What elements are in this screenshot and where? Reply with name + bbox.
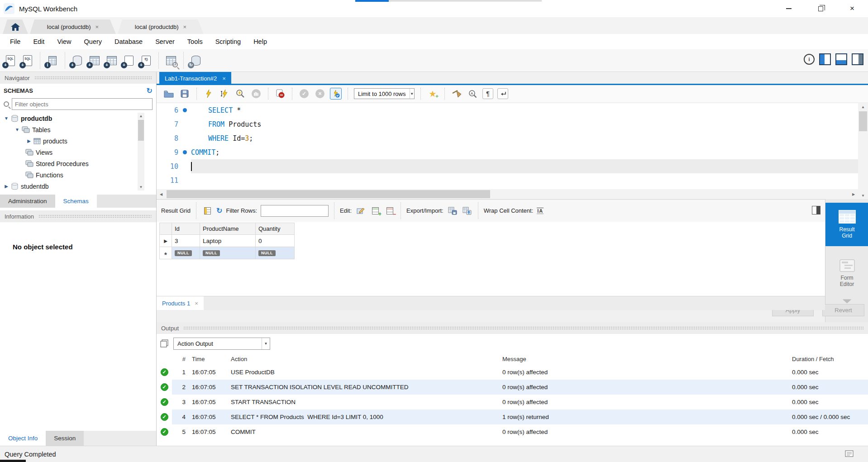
scrollbar-thumb[interactable] bbox=[859, 111, 867, 131]
rollback-icon[interactable]: × bbox=[314, 88, 326, 100]
tree-item-views[interactable]: Views bbox=[0, 147, 156, 158]
toggle-stop-on-error-icon[interactable] bbox=[274, 88, 286, 100]
cell-product-name[interactable]: Laptop bbox=[200, 235, 256, 247]
delete-row-icon[interactable]: – bbox=[384, 206, 395, 216]
insert-row-icon[interactable]: + bbox=[370, 206, 381, 216]
grid-view-icon[interactable] bbox=[202, 206, 213, 216]
inspector-icon[interactable]: i bbox=[46, 54, 59, 67]
close-tab-icon[interactable]: × bbox=[95, 24, 99, 30]
beautify-script-icon[interactable] bbox=[451, 88, 463, 100]
scroll-up-icon[interactable]: ▲ bbox=[138, 113, 144, 119]
menu-query[interactable]: Query bbox=[78, 34, 109, 49]
reconnect-dbms-icon[interactable]: ↻ bbox=[189, 54, 203, 67]
menu-view[interactable]: View bbox=[51, 34, 77, 49]
scroll-down-icon[interactable]: ▼ bbox=[858, 192, 868, 199]
output-view-dropdown[interactable]: Action Output ▼ bbox=[173, 338, 270, 350]
execute-current-statement-icon[interactable] bbox=[219, 88, 230, 100]
expand-icon[interactable]: ▶ bbox=[4, 184, 9, 189]
open-script-icon[interactable] bbox=[163, 88, 175, 100]
tab-administration[interactable]: Administration bbox=[0, 195, 55, 208]
result-grid-view-button[interactable]: Result Grid bbox=[825, 203, 868, 246]
create-view-icon[interactable]: + bbox=[105, 54, 119, 67]
show-invisibles-icon[interactable]: ¶ bbox=[482, 88, 493, 99]
filter-objects-input[interactable] bbox=[12, 98, 153, 110]
limit-rows-dropdown[interactable]: Limit to 1000 rows ▼ bbox=[354, 88, 415, 99]
tab-session[interactable]: Session bbox=[46, 431, 84, 446]
column-header-productname[interactable]: ProductName bbox=[200, 223, 256, 235]
tab-object-info[interactable]: Object Info bbox=[0, 431, 46, 446]
create-schema-icon[interactable]: + bbox=[71, 54, 84, 67]
close-tab-icon[interactable]: × bbox=[183, 24, 187, 30]
result-tab-products1[interactable]: Products 1 × bbox=[157, 296, 204, 310]
execute-icon[interactable] bbox=[203, 88, 215, 100]
find-icon[interactable]: A bbox=[467, 88, 478, 100]
toggle-bottom-panel-icon[interactable] bbox=[835, 53, 847, 65]
create-procedure-icon[interactable]: + bbox=[122, 54, 136, 67]
column-header-quantity[interactable]: Quantity bbox=[256, 223, 295, 235]
scrollbar-thumb[interactable] bbox=[167, 190, 490, 198]
cell-quantity[interactable]: 0 bbox=[256, 235, 295, 247]
restore-button[interactable] bbox=[805, 0, 836, 17]
output-log-row[interactable]: ✓ 3 16:07:05 START TRANSACTION 0 row(s) … bbox=[157, 395, 868, 410]
menu-scripting[interactable]: Scripting bbox=[209, 34, 247, 49]
commit-icon[interactable]: ✓ bbox=[298, 88, 310, 100]
toggle-left-panel-icon[interactable] bbox=[819, 53, 831, 65]
community-icon[interactable]: i bbox=[804, 54, 815, 65]
toggle-word-wrap-icon[interactable] bbox=[497, 88, 508, 99]
output-log-row[interactable]: ✓ 4 16:07:05 SELECT * FROM Products WHER… bbox=[157, 410, 868, 424]
tree-item-stored-procedures[interactable]: Stored Procedures bbox=[0, 158, 156, 169]
menu-tools[interactable]: Tools bbox=[181, 34, 209, 49]
result-grid-new-row[interactable]: * NULL NULL NULL bbox=[159, 247, 295, 259]
tree-item-functions[interactable]: Functions bbox=[0, 169, 156, 181]
toggle-autocommit-icon[interactable] bbox=[330, 88, 342, 100]
toggle-preview-panel-icon[interactable] bbox=[812, 206, 820, 214]
wrap-cell-content-icon[interactable]: IA bbox=[537, 208, 544, 214]
form-editor-button[interactable]: Form Editor bbox=[825, 252, 868, 294]
close-button[interactable]: × bbox=[836, 0, 868, 17]
scroll-down-icon[interactable]: ▼ bbox=[138, 184, 144, 191]
export-recordset-icon[interactable] bbox=[447, 206, 458, 216]
home-tab[interactable] bbox=[3, 19, 28, 34]
output-log-row[interactable]: ✓ 1 16:07:05 USE ProductDB 0 row(s) affe… bbox=[157, 365, 868, 380]
explain-plan-icon[interactable] bbox=[234, 88, 246, 100]
menu-server[interactable]: Server bbox=[149, 34, 181, 49]
tree-item-products[interactable]: ▶ products bbox=[0, 135, 156, 147]
close-tab-icon[interactable]: × bbox=[222, 75, 226, 82]
editor-horizontal-scrollbar[interactable]: ◀ ▶ bbox=[157, 189, 858, 199]
tree-scrollbar[interactable]: ▲ ▼ bbox=[138, 113, 144, 191]
log-view-icon[interactable] bbox=[845, 450, 854, 457]
scroll-left-icon[interactable]: ◀ bbox=[157, 192, 166, 196]
refresh-grid-icon[interactable]: ↻ bbox=[216, 206, 222, 215]
tab-schemas[interactable]: Schemas bbox=[55, 195, 97, 208]
tree-item-productdb[interactable]: ▼ productdb bbox=[0, 113, 156, 124]
create-function-icon[interactable]: f()+ bbox=[139, 54, 153, 67]
menu-help[interactable]: Help bbox=[247, 34, 273, 49]
search-table-data-icon[interactable] bbox=[164, 54, 178, 67]
save-script-icon[interactable] bbox=[179, 88, 191, 100]
minimize-button[interactable] bbox=[773, 0, 805, 17]
menu-edit[interactable]: Edit bbox=[27, 34, 51, 49]
import-recordset-icon[interactable] bbox=[462, 206, 472, 216]
save-snippet-icon[interactable]: ★+ bbox=[427, 88, 439, 100]
expand-icon[interactable]: ▼ bbox=[14, 127, 20, 132]
cell-id[interactable]: 3 bbox=[172, 235, 200, 247]
stop-icon[interactable] bbox=[250, 88, 262, 100]
toggle-right-panel-icon[interactable] bbox=[852, 53, 863, 65]
refresh-schemas-icon[interactable]: ↻ bbox=[147, 86, 153, 95]
output-log-row[interactable]: ✓ 5 16:07:05 COMMIT 0 row(s) affected 0.… bbox=[157, 424, 868, 439]
create-table-icon[interactable]: + bbox=[88, 54, 101, 67]
open-sql-script-icon[interactable]: SQL+ bbox=[21, 54, 34, 67]
result-grid-row[interactable]: ▶ 3 Laptop 0 bbox=[159, 235, 295, 247]
filter-rows-input[interactable] bbox=[261, 205, 329, 217]
edit-record-icon[interactable] bbox=[355, 206, 366, 216]
editor-tab-lab1-transaction[interactable]: Lab1-Transaction#2 × bbox=[159, 72, 231, 85]
menu-file[interactable]: File bbox=[4, 34, 27, 49]
menu-database[interactable]: Database bbox=[108, 34, 149, 49]
editor-vertical-scrollbar[interactable]: ▲ ▼ bbox=[858, 103, 868, 199]
sql-code-editor[interactable]: 6 SELECT * 7 FROM Products 8 WHERE Id=3;… bbox=[157, 103, 858, 189]
close-tab-icon[interactable]: × bbox=[195, 300, 198, 307]
scroll-right-icon[interactable]: ▶ bbox=[849, 192, 858, 196]
scroll-up-icon[interactable]: ▲ bbox=[858, 103, 868, 110]
connection-tab-1[interactable]: local (productdb) × bbox=[30, 19, 116, 34]
output-log-row[interactable]: ✓ 2 16:07:05 SET TRANSACTION ISOLATION L… bbox=[157, 380, 868, 395]
